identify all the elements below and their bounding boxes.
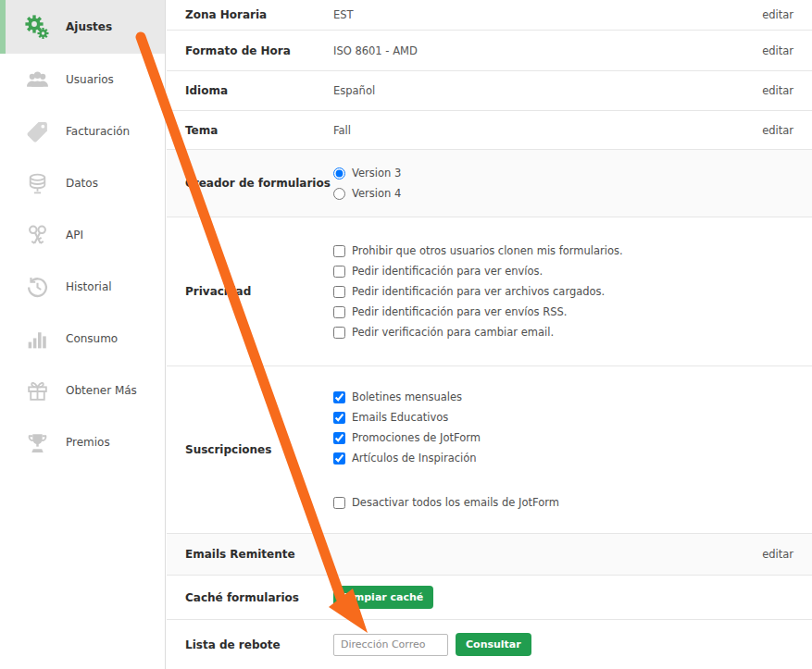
unsubscribe-all-checkbox[interactable] xyxy=(333,497,345,509)
subscription-checkbox[interactable] xyxy=(333,391,345,403)
edit-language-link[interactable]: editar xyxy=(762,84,793,97)
setting-label: Emails Remitente xyxy=(185,548,333,561)
gears-icon xyxy=(22,14,52,40)
row-emails-remitente: Emails Remitente editar xyxy=(167,534,812,576)
privacy-option[interactable]: Pedir identificación para ver archivos c… xyxy=(333,286,623,298)
sidebar-item-api[interactable]: API xyxy=(0,209,165,261)
bounce-email-input[interactable] xyxy=(333,634,448,656)
sidebar-item-label: API xyxy=(66,229,83,242)
subscription-option[interactable]: Emails Educativos xyxy=(333,412,559,424)
unsubscribe-all-option[interactable]: Desactivar todos los emails de JotForm xyxy=(333,497,559,509)
row-tema: Tema Fall editar xyxy=(167,111,812,150)
setting-value: Fall xyxy=(333,124,351,137)
privacy-checkbox[interactable] xyxy=(333,266,345,278)
bounce-list-controls: Consultar xyxy=(333,633,531,656)
bar-chart-icon xyxy=(22,327,52,352)
sidebar-item-label: Historial xyxy=(66,280,112,293)
privacy-option[interactable]: Pedir identificación para ver envíos RSS… xyxy=(333,306,623,318)
sidebar-item-consumo[interactable]: Consumo xyxy=(0,313,165,365)
tag-icon xyxy=(22,119,52,144)
sidebar-item-label: Usuarios xyxy=(66,73,114,86)
sidebar-item-label: Datos xyxy=(66,177,98,190)
setting-label: Lista de rebote xyxy=(185,638,333,651)
history-icon xyxy=(22,275,52,300)
subscription-options: Boletines mensuales Emails Educativos Pr… xyxy=(333,391,559,509)
builder-version-option[interactable]: Version 3 xyxy=(333,167,401,180)
builder-version-options: Version 3 Version 4 xyxy=(333,167,401,200)
row-privacidad: Privacidad Prohibir que otros usuarios c… xyxy=(167,217,812,366)
subscription-option[interactable]: Boletines mensuales xyxy=(333,391,559,403)
row-cache-formularios: Caché formularios Limpiar caché xyxy=(167,576,812,620)
privacy-checkbox[interactable] xyxy=(333,245,345,257)
setting-label: Idioma xyxy=(185,84,333,97)
row-idioma: Idioma Español editar xyxy=(167,71,812,111)
privacy-option[interactable]: Pedir identificación para ver envíos. xyxy=(333,266,623,278)
setting-label: Tema xyxy=(185,124,333,137)
privacy-checkbox[interactable] xyxy=(333,286,345,298)
sidebar-item-label: Consumo xyxy=(66,332,118,345)
setting-label: Privacidad xyxy=(185,285,333,298)
subscription-checkbox[interactable] xyxy=(333,452,345,465)
subscription-checkbox[interactable] xyxy=(333,412,345,424)
privacy-option[interactable]: Pedir verificación para cambiar email. xyxy=(333,327,623,339)
privacy-checkbox[interactable] xyxy=(333,306,345,318)
keys-icon xyxy=(22,223,52,248)
edit-time-format-link[interactable]: editar xyxy=(762,44,793,57)
setting-label: Formato de Hora xyxy=(185,44,333,57)
sidebar-item-facturacion[interactable]: Facturación xyxy=(0,105,165,157)
settings-panel: Zona Horaria EST editar Formato de Hora … xyxy=(167,0,812,669)
sidebar-item-historial[interactable]: Historial xyxy=(0,261,165,313)
database-icon xyxy=(22,171,52,196)
row-lista-de-rebote: Lista de rebote Consultar xyxy=(167,620,812,669)
edit-theme-link[interactable]: editar xyxy=(762,124,793,137)
privacy-option[interactable]: Prohibir que otros usuarios clonen mis f… xyxy=(333,245,623,257)
subscription-option[interactable]: Artículos de Inspiración xyxy=(333,452,559,465)
privacy-options: Prohibir que otros usuarios clonen mis f… xyxy=(333,245,623,339)
edit-timezone-link[interactable]: editar xyxy=(762,8,793,21)
trophy-icon xyxy=(22,430,52,455)
setting-label: Creador de formularios xyxy=(185,177,333,190)
setting-label: Zona Horaria xyxy=(185,8,333,21)
setting-value: EST xyxy=(333,8,354,21)
subscription-option[interactable]: Promociones de JotForm xyxy=(333,432,559,444)
sidebar-item-label: Obtener Más xyxy=(66,384,137,397)
version-3-radio[interactable] xyxy=(333,167,345,180)
row-zona-horaria: Zona Horaria EST editar xyxy=(167,0,812,31)
clear-cache-button[interactable]: Limpiar caché xyxy=(333,586,433,609)
row-formato-de-hora: Formato de Hora ISO 8601 - AMD editar xyxy=(167,31,812,71)
sidebar: Ajustes Usuarios Facturación xyxy=(0,0,166,669)
sidebar-item-label: Premios xyxy=(66,436,110,449)
privacy-checkbox[interactable] xyxy=(333,327,345,339)
setting-value: ISO 8601 - AMD xyxy=(333,44,418,57)
row-suscripciones: Suscripciones Boletines mensuales Emails… xyxy=(167,366,812,534)
gift-icon xyxy=(22,378,52,403)
setting-value: Español xyxy=(333,84,375,97)
sidebar-item-premios[interactable]: Premios xyxy=(0,416,165,468)
setting-label: Caché formularios xyxy=(185,591,333,604)
subscription-checkbox[interactable] xyxy=(333,432,345,444)
sidebar-item-obtener-mas[interactable]: Obtener Más xyxy=(0,365,165,416)
row-creador-de-formularios: Creador de formularios Version 3 Version… xyxy=(167,150,812,217)
sidebar-item-ajustes[interactable]: Ajustes xyxy=(0,0,165,54)
edit-sender-emails-link[interactable]: editar xyxy=(762,548,793,561)
sidebar-item-label: Ajustes xyxy=(66,20,112,33)
builder-version-option[interactable]: Version 4 xyxy=(333,188,401,200)
sidebar-item-label: Facturación xyxy=(66,125,130,138)
version-4-radio[interactable] xyxy=(333,188,345,200)
sidebar-item-usuarios[interactable]: Usuarios xyxy=(0,54,165,105)
consult-button[interactable]: Consultar xyxy=(456,633,531,656)
setting-label: Suscripciones xyxy=(185,443,333,456)
sidebar-item-datos[interactable]: Datos xyxy=(0,157,165,209)
users-icon xyxy=(22,68,52,93)
